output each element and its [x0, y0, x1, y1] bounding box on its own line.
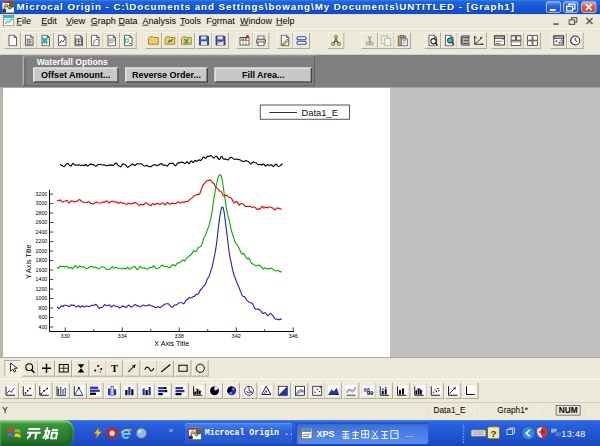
- svg-text:400: 400: [38, 324, 47, 330]
- svg-text:2000: 2000: [36, 248, 48, 254]
- svg-text:?: ?: [491, 428, 497, 439]
- svg-text:1400: 1400: [36, 276, 48, 282]
- svg-text:1600: 1600: [36, 267, 48, 273]
- svg-text:3200: 3200: [36, 191, 48, 197]
- svg-text:1200: 1200: [36, 286, 48, 292]
- svg-text:2800: 2800: [36, 210, 48, 216]
- svg-text:T: T: [111, 363, 118, 374]
- svg-text:X Axis Title: X Axis Title: [154, 340, 189, 348]
- svg-text:1000: 1000: [36, 295, 48, 301]
- svg-text:2200: 2200: [36, 238, 48, 244]
- svg-text:2400: 2400: [36, 229, 48, 235]
- svg-text:123: 123: [241, 37, 247, 41]
- svg-text:2600: 2600: [36, 219, 48, 225]
- svg-text:3000: 3000: [36, 200, 48, 206]
- svg-text:342: 342: [232, 333, 241, 339]
- svg-text:99: 99: [367, 390, 374, 396]
- svg-text:330: 330: [61, 333, 70, 339]
- svg-text:346: 346: [289, 333, 298, 339]
- svg-text:Data1_E: Data1_E: [302, 108, 338, 118]
- svg-text:600: 600: [38, 314, 47, 320]
- svg-text:334: 334: [118, 333, 127, 339]
- svg-text:Y Axis Title: Y Axis Title: [25, 244, 33, 279]
- svg-text:800: 800: [38, 305, 47, 311]
- svg-text:1800: 1800: [36, 257, 48, 263]
- svg-text:338: 338: [175, 333, 184, 339]
